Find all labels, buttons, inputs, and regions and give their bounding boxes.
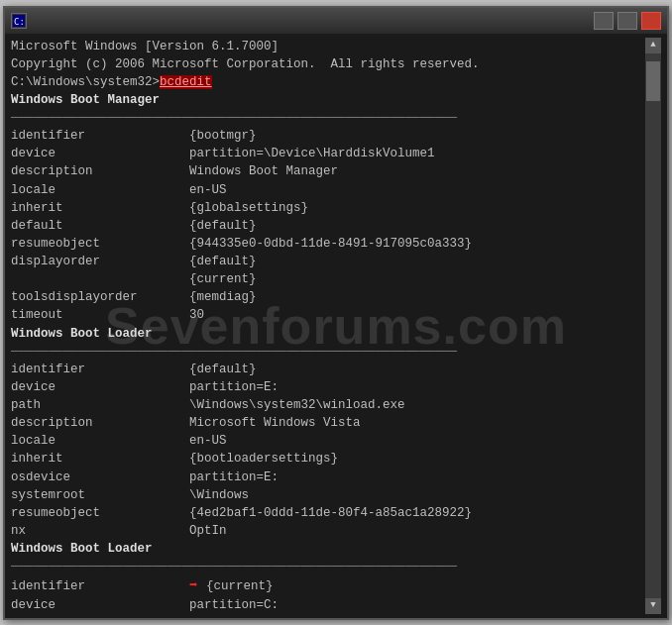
minimize-button[interactable] bbox=[594, 12, 614, 30]
scrollbar-thumb[interactable] bbox=[646, 61, 660, 101]
command-prompt-window: C: Sevenforums.com Microsoft Windows [Ve… bbox=[3, 6, 669, 620]
terminal-content: Sevenforums.com Microsoft Windows [Versi… bbox=[11, 38, 645, 614]
terminal-line: ────────────────────────────────────────… bbox=[11, 109, 645, 127]
terminal-line: resumeobject {4ed2baf1-0ddd-11de-80f4-a8… bbox=[11, 504, 645, 522]
terminal-line: inherit {bootloadersettings} bbox=[11, 450, 645, 468]
terminal-line: osdevice partition=E: bbox=[11, 469, 645, 486]
close-button[interactable] bbox=[641, 12, 661, 30]
terminal-line: nx OptIn bbox=[11, 522, 645, 540]
terminal-line: systemroot \Windows bbox=[11, 486, 645, 504]
terminal-line: identifier {default} bbox=[11, 361, 645, 378]
terminal-line: ────────────────────────────────────────… bbox=[11, 558, 645, 575]
terminal-line: resumeobject {944335e0-0dbd-11de-8491-91… bbox=[11, 235, 645, 253]
maximize-button[interactable] bbox=[617, 12, 637, 30]
terminal-line: device partition=E: bbox=[11, 378, 645, 396]
terminal-line: default {default} bbox=[11, 217, 645, 235]
cmd-icon: C: bbox=[11, 13, 27, 29]
terminal-line: locale en-US bbox=[11, 181, 645, 199]
terminal-line: Windows Boot Loader bbox=[11, 325, 645, 343]
terminal-lines: Microsoft Windows [Version 6.1.7000]Copy… bbox=[11, 38, 645, 614]
title-bar-left: C: bbox=[11, 13, 33, 29]
svg-text:C:: C: bbox=[14, 17, 25, 27]
terminal-line: ────────────────────────────────────────… bbox=[11, 343, 645, 361]
terminal-line: Copyright (c) 2006 Microsoft Corporation… bbox=[11, 55, 645, 73]
terminal-line: inherit {globalsettings} bbox=[11, 199, 645, 217]
terminal-body: Sevenforums.com Microsoft Windows [Versi… bbox=[5, 34, 667, 618]
terminal-line: toolsdisplayorder {memdiag} bbox=[11, 288, 645, 306]
terminal-line: Windows Boot Manager bbox=[11, 91, 645, 109]
scrollbar-up-button[interactable]: ▲ bbox=[645, 38, 661, 53]
terminal-line: description Microsoft Windows Vista bbox=[11, 414, 645, 432]
terminal-line: displayorder {default} bbox=[11, 253, 645, 270]
scrollbar[interactable]: ▲ ▼ bbox=[645, 38, 661, 614]
scrollbar-down-button[interactable]: ▼ bbox=[645, 598, 661, 614]
title-bar-controls bbox=[582, 12, 661, 30]
terminal-line: identifier ➡ {current} bbox=[11, 575, 645, 595]
terminal-line: path \Windows\system32\winload.exe bbox=[11, 396, 645, 414]
terminal-line: device partition=\Device\HarddiskVolume1 bbox=[11, 145, 645, 162]
terminal-line: timeout 30 bbox=[11, 306, 645, 324]
terminal-line: Microsoft Windows [Version 6.1.7000] bbox=[11, 38, 645, 55]
terminal-line: Windows Boot Loader bbox=[11, 540, 645, 558]
terminal-line: C:\Windows\system32>bcdedit bbox=[11, 73, 645, 91]
terminal-line: device partition=C: bbox=[11, 596, 645, 614]
terminal-line: locale en-US bbox=[11, 432, 645, 450]
scrollbar-track[interactable] bbox=[645, 53, 661, 598]
terminal-line: identifier {bootmgr} bbox=[11, 127, 645, 145]
title-bar: C: bbox=[5, 8, 667, 34]
terminal-line: description Windows Boot Manager bbox=[11, 162, 645, 180]
terminal-line: {current} bbox=[11, 270, 645, 288]
